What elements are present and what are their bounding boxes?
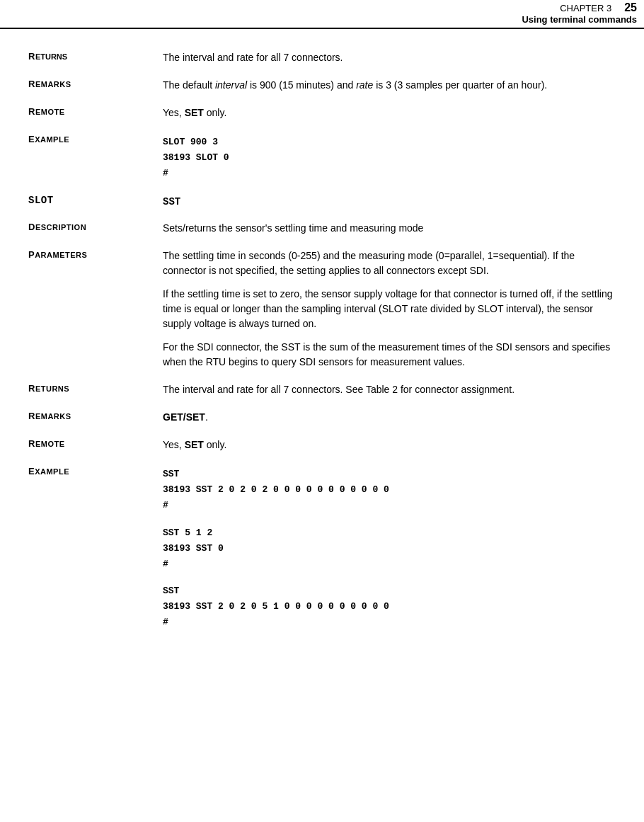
description-content: Sets/returns the sensor's settling time … [163, 221, 616, 236]
example-row-2: EXAMPLE SST 38193 SST 2 0 2 0 2 0 0 0 0 … [28, 465, 616, 630]
page-content: RETURNS The interval and rate for all 7 … [0, 50, 644, 671]
remarks-row-1: REMARKS The default interval is 900 (15 … [28, 78, 616, 93]
example-code-2c: SST 38193 SST 2 0 2 0 5 1 0 0 0 0 0 0 0 … [163, 583, 616, 630]
returns-content-1: The interval and rate for all 7 connecto… [163, 50, 616, 65]
parameters-label: PARAMETERS [28, 249, 163, 260]
parameters-row: PARAMETERS The settling time in seconds … [28, 249, 616, 370]
example-code-1: SLOT 900 3 38193 SLOT 0 # [163, 135, 616, 181]
returns-label-1: RETURNS [28, 50, 163, 62]
remote-content-1: Yes, SET only. [163, 105, 616, 120]
slot-sst-row: SLOT SST [28, 194, 616, 210]
remarks-label-2: REMARKS [28, 410, 163, 421]
description-label: DESCRIPTION [28, 221, 163, 232]
page-header: CHAPTER 3 25 Using terminal commands [0, 0, 644, 29]
param-p2: If the settling time is set to zero, the… [163, 287, 616, 331]
example-label-2: EXAMPLE [28, 465, 163, 476]
remote-label-1: REMOTE [28, 105, 163, 117]
returns-label-2: RETURNS [28, 382, 163, 394]
remarks-label-1: REMARKS [28, 78, 163, 89]
remarks-row-2: REMARKS GET/SET. [28, 410, 616, 425]
remote-content-2: Yes, SET only. [163, 438, 616, 452]
parameters-content: The settling time in seconds (0-255) and… [163, 249, 616, 370]
remarks-content-1: The default interval is 900 (15 minutes)… [163, 78, 616, 93]
description-row: DESCRIPTION Sets/returns the sensor's se… [28, 221, 616, 236]
page-number: 25 [624, 1, 644, 14]
example-code-2b: SST 5 1 2 38193 SST 0 # [163, 525, 616, 572]
page-subtitle: Using terminal commands [522, 14, 644, 25]
example-code-2a: SST 38193 SST 2 0 2 0 2 0 0 0 0 0 0 0 0 … [163, 467, 616, 513]
remote-label-2: REMOTE [28, 438, 163, 449]
param-p3: For the SDI connector, the SST is the su… [163, 340, 616, 370]
returns-row-2: RETURNS The interval and rate for all 7 … [28, 382, 616, 397]
example-content-1: SLOT 900 3 38193 SLOT 0 # [163, 133, 616, 181]
page-container: CHAPTER 3 25 Using terminal commands RET… [0, 0, 644, 822]
example-label-1: EXAMPLE [28, 133, 163, 144]
remarks-content-2: GET/SET. [163, 410, 616, 425]
header-right: CHAPTER 3 25 Using terminal commands [522, 0, 644, 25]
param-p1: The settling time in seconds (0-255) and… [163, 249, 616, 278]
chapter-label: CHAPTER 3 [560, 0, 617, 13]
example-row-1: EXAMPLE SLOT 900 3 38193 SLOT 0 # [28, 133, 616, 181]
sst-value: SST [163, 194, 616, 210]
slot-label: SLOT [28, 194, 163, 206]
remote-row-2: REMOTE Yes, SET only. [28, 438, 616, 452]
returns-content-2: The interval and rate for all 7 connecto… [163, 382, 616, 397]
remote-row-1: REMOTE Yes, SET only. [28, 105, 616, 120]
returns-row-1: RETURNS The interval and rate for all 7 … [28, 50, 616, 65]
example-content-2: SST 38193 SST 2 0 2 0 2 0 0 0 0 0 0 0 0 … [163, 465, 616, 630]
